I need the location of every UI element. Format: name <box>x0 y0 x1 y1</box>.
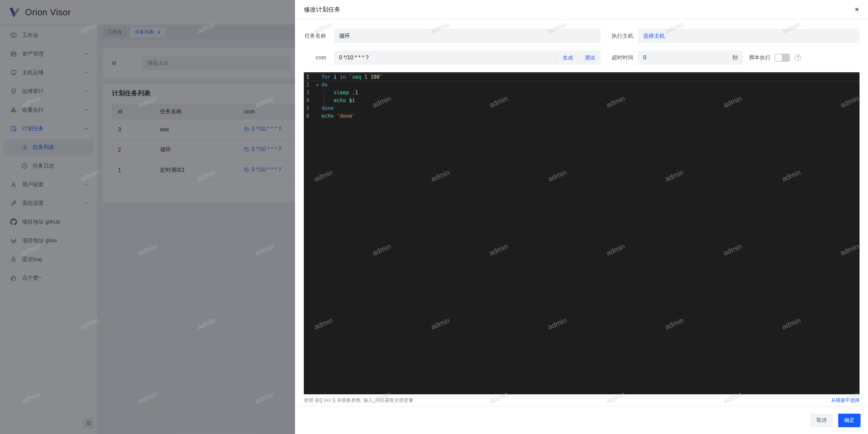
cron-field-group: 0 */10 * * * ? 生成 测试 <box>334 51 601 65</box>
cron-test-button[interactable]: 测试 <box>579 51 601 65</box>
fold-gutter <box>313 97 321 105</box>
line-number: 4 <box>304 97 313 105</box>
task-name-input[interactable]: 循环 <box>334 29 601 43</box>
editor-hint-row: 使用 @{{ xxx }} 来替换参数, 输入_可以获取全部变量 从模板中选择 <box>304 394 860 406</box>
code-text: for i in `seq 1 100` <box>321 73 383 81</box>
cron-input[interactable]: 0 */10 * * * ? <box>334 51 557 65</box>
line-number: 5 <box>304 105 313 112</box>
help-question-icon[interactable]: ? <box>795 55 801 61</box>
fold-gutter <box>313 89 321 97</box>
code-line: 4 echo $i <box>304 97 860 105</box>
code-line: 2∨do <box>304 81 860 89</box>
indent-guide <box>324 89 324 97</box>
code-text: echo 'done' <box>321 112 355 120</box>
modal-header: 修改计划任务 ✕ <box>295 0 868 19</box>
close-icon[interactable]: ✕ <box>852 4 862 15</box>
fold-chevron-icon[interactable]: ∨ <box>313 81 321 89</box>
line-number: 6 <box>304 112 313 120</box>
timeout-label: 超时时间 <box>606 54 633 61</box>
cron-label: cron <box>304 55 326 61</box>
code-text: echo $i <box>321 97 355 105</box>
cron-generate-button[interactable]: 生成 <box>557 51 579 65</box>
line-number: 3 <box>304 89 313 97</box>
timeout-input[interactable]: 0 秒 <box>638 51 743 65</box>
script-execute-toggle[interactable] <box>774 54 790 62</box>
exec-host-label: 执行主机 <box>606 33 633 40</box>
fold-gutter <box>313 73 321 81</box>
select-host-field[interactable]: 选择主机 <box>638 29 860 43</box>
code-text: done <box>321 105 334 112</box>
task-name-label: 任务名称 <box>304 33 326 40</box>
line-number: 2 <box>304 81 313 89</box>
choose-template-link[interactable]: 从模板中选择 <box>831 397 860 403</box>
cancel-button[interactable]: 取消 <box>810 414 833 427</box>
confirm-button[interactable]: 确定 <box>838 414 861 427</box>
toggle-knob <box>775 54 782 61</box>
code-line: 1for i in `seq 1 100` <box>304 73 860 81</box>
script-editor[interactable]: 1for i in `seq 1 100`2∨do3 sleep .14 ech… <box>304 72 860 394</box>
code-text: do <box>321 81 328 89</box>
code-line: 6echo 'done' <box>304 112 860 120</box>
code-line: 3 sleep .1 <box>304 89 860 97</box>
modal-title: 修改计划任务 <box>304 5 340 14</box>
script-exec-label: 脚本执行 <box>748 54 771 61</box>
code-line: 5done <box>304 105 860 112</box>
fold-gutter <box>313 105 321 112</box>
indent-guide <box>324 97 324 105</box>
modal-body: 任务名称 循环 执行主机 选择主机 cron 0 */10 * * * ? 生成… <box>295 19 868 406</box>
timeout-unit: 秒 <box>732 54 738 61</box>
form-row-name-host: 任务名称 循环 执行主机 选择主机 <box>304 29 860 43</box>
param-hint-text: 使用 @{{ xxx }} 来替换参数, 输入_可以获取全部变量 <box>304 397 413 403</box>
select-host-link[interactable]: 选择主机 <box>643 33 665 40</box>
edit-task-modal: 修改计划任务 ✕ 任务名称 循环 执行主机 选择主机 cron 0 */10 *… <box>295 0 868 434</box>
form-row-cron-timeout: cron 0 */10 * * * ? 生成 测试 超时时间 0 秒 脚本执行 … <box>304 51 860 65</box>
modal-footer: 取消 确定 <box>295 406 868 434</box>
code-text: sleep .1 <box>321 89 358 97</box>
fold-gutter <box>313 112 321 120</box>
line-number: 1 <box>304 73 313 81</box>
